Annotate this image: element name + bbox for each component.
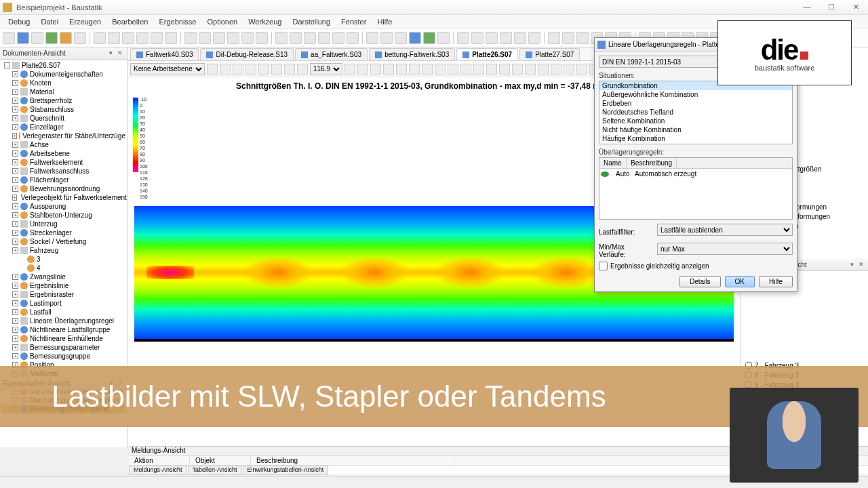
toolbar-button[interactable] (576, 32, 589, 44)
toolbar-button[interactable] (423, 32, 435, 44)
ok-button[interactable]: OK (725, 276, 755, 287)
tool-icon[interactable] (422, 64, 433, 75)
toolbar-button[interactable] (528, 32, 540, 44)
tool-icon[interactable] (551, 64, 561, 75)
tree-item[interactable]: +Fahrzeug (1, 246, 125, 255)
tree-item[interactable]: +Lastfall (1, 308, 125, 317)
toolbar-button[interactable] (3, 32, 15, 44)
tree-item[interactable]: +Verlegeobjekt für Faltwerkselemente (1, 193, 125, 202)
tree-item[interactable]: +Bemessungsgruppe (1, 352, 125, 361)
menu-item[interactable]: Darstellung (287, 18, 336, 26)
rules-table[interactable]: NameBeschreibung AutoAutomatisch erzeugt (599, 157, 793, 220)
tree-item[interactable]: +Bewehrungsanordnung (1, 184, 125, 193)
msg-tab[interactable]: Tabellen-Ansicht (188, 466, 242, 475)
tree-item[interactable]: +Querschnitt (1, 114, 125, 123)
tree-item[interactable]: +Arbeitsebene (1, 149, 125, 158)
details-button[interactable]: Details (679, 276, 721, 287)
toolbar-button[interactable] (45, 32, 58, 44)
toolbar-button[interactable] (256, 32, 268, 44)
toolbar-button[interactable] (347, 32, 359, 44)
tool-icon[interactable] (409, 64, 420, 75)
menu-item[interactable]: Erzeugen (64, 18, 106, 26)
toolbar-button[interactable] (136, 32, 149, 44)
tree-item[interactable]: +Faltwerksanschluss (1, 167, 125, 176)
minmax-select[interactable]: nur Max (657, 243, 793, 255)
menu-item[interactable]: Hilfe (372, 18, 397, 26)
toolbar-button[interactable] (199, 32, 211, 44)
lastfallfilter-select[interactable]: Lastfälle ausblenden (657, 224, 793, 236)
tree-item[interactable]: +Achse (1, 140, 125, 149)
toolbar-button[interactable] (366, 32, 378, 44)
tool-icon[interactable] (448, 64, 458, 75)
tool-icon[interactable] (473, 64, 484, 75)
menu-item[interactable]: Debug (3, 18, 35, 26)
tool-icon[interactable] (220, 64, 231, 75)
tool-icon[interactable] (499, 64, 510, 75)
menu-item[interactable]: Datei (35, 18, 64, 26)
file-tab[interactable]: aa_Faltwerk.S03 (295, 48, 368, 60)
toolbar-button[interactable] (548, 32, 560, 44)
toolbar-button[interactable] (562, 32, 574, 44)
tool-icon[interactable] (435, 64, 446, 75)
situation-item[interactable]: Norddeutsches Tiefland (599, 108, 792, 117)
file-tab[interactable]: Platte27.S07 (519, 48, 580, 60)
tree-item[interactable]: +Sockel / Vertiefung (1, 237, 125, 246)
tool-icon[interactable] (512, 64, 523, 75)
tree-item[interactable]: +Streckenlager (1, 228, 125, 237)
tool-icon[interactable] (271, 64, 282, 75)
file-tab[interactable]: Platte26.S07 (456, 48, 518, 60)
radio-icon[interactable] (601, 171, 609, 177)
tool-icon[interactable] (525, 64, 536, 75)
toolbar-button[interactable] (395, 32, 407, 44)
menu-item[interactable]: Werkzeug (243, 18, 287, 26)
file-tab[interactable]: bettung-Faltwerk.S03 (369, 48, 455, 60)
situation-list[interactable]: GrundkombinationAußergewöhnliche Kombina… (599, 81, 793, 144)
toolbar-button[interactable] (151, 32, 163, 44)
menu-item[interactable]: Bearbeiten (106, 18, 153, 26)
tool-icon[interactable] (297, 64, 308, 75)
situation-item[interactable]: Nicht häufige Kombination (599, 125, 792, 134)
tool-icon[interactable] (245, 64, 256, 75)
tool-icon[interactable] (258, 64, 269, 75)
situation-item[interactable]: Erdbeben (599, 99, 792, 108)
tool-icon[interactable] (576, 64, 587, 75)
tool-icon[interactable] (207, 64, 218, 75)
toolbar-button[interactable] (500, 32, 512, 44)
toolbar-button[interactable] (380, 32, 393, 44)
toolbar-button[interactable] (122, 32, 134, 44)
tree-item[interactable]: +Ergebnislinie (1, 281, 125, 290)
toolbar-button[interactable] (486, 32, 498, 44)
situation-item[interactable]: Seltene Kombination (599, 117, 792, 125)
tree-item[interactable]: +Material (1, 87, 125, 96)
tree-item[interactable]: +Knoten (1, 79, 125, 87)
tree-item[interactable]: +Lastimport (1, 299, 125, 308)
menu-item[interactable]: Fenster (336, 18, 372, 26)
panel-close-icon[interactable]: ✕ (857, 261, 865, 269)
toolbar-button[interactable] (471, 32, 484, 44)
situation-item[interactable]: Häufige Kombination (599, 134, 792, 143)
tool-icon[interactable] (564, 64, 574, 75)
tool-icon[interactable] (233, 64, 243, 75)
toolbar-button[interactable] (74, 32, 86, 44)
tool-icon[interactable] (460, 64, 471, 75)
toolbar-button[interactable] (514, 32, 526, 44)
arbeitsebene-select[interactable]: Keine Arbeitsebene (130, 63, 205, 75)
toolbar-button[interactable] (184, 32, 197, 44)
msg-tab[interactable]: Einwirkungstabellen-Ansicht (243, 466, 329, 475)
tree-item[interactable]: +Dokumenteigenschaften (1, 70, 125, 79)
help-button[interactable]: Hilfe (759, 276, 793, 287)
toolbar-button[interactable] (31, 32, 43, 44)
close-button[interactable]: ✕ (846, 3, 865, 12)
toolbar-button[interactable] (437, 32, 450, 44)
situation-item[interactable]: Außergewöhnliche Kombination (599, 90, 792, 99)
file-tab[interactable]: Faltwerk40.S03 (130, 48, 199, 60)
tree-item[interactable]: +Faltwerkselement (1, 158, 125, 167)
toolbar-button[interactable] (94, 32, 106, 44)
toolbar-button[interactable] (332, 32, 344, 44)
tree-item[interactable]: +Lineare Überlagerungsregel (1, 317, 125, 325)
tree-item[interactable]: +Aussparung (1, 202, 125, 211)
toolbar-button[interactable] (227, 32, 239, 44)
toolbar-button[interactable] (409, 32, 421, 44)
panel-pin-icon[interactable]: ▾ (848, 261, 856, 269)
tree-item[interactable]: +Bemessungsparameter (1, 343, 125, 352)
